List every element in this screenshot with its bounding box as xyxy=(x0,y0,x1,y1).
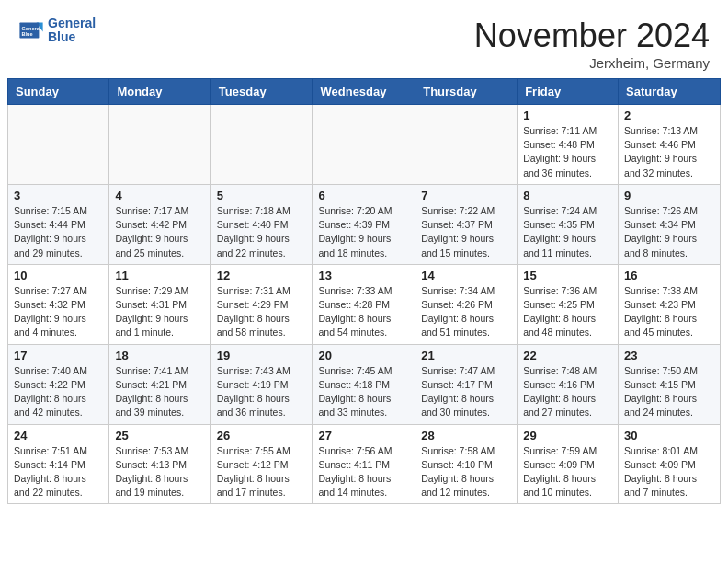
calendar-day-cell: 15Sunrise: 7:36 AM Sunset: 4:25 PM Dayli… xyxy=(518,264,619,344)
day-info: Sunrise: 7:34 AM Sunset: 4:26 PM Dayligh… xyxy=(421,284,511,340)
page-header: General Blue General Blue November 2024 … xyxy=(0,0,728,78)
calendar-day-cell: 18Sunrise: 7:41 AM Sunset: 4:21 PM Dayli… xyxy=(109,344,210,424)
day-info: Sunrise: 7:55 AM Sunset: 4:12 PM Dayligh… xyxy=(217,444,307,500)
day-number: 14 xyxy=(421,269,511,282)
logo-line1: General xyxy=(48,17,96,30)
day-info: Sunrise: 7:15 AM Sunset: 4:44 PM Dayligh… xyxy=(14,204,103,260)
calendar-day-cell: 4Sunrise: 7:17 AM Sunset: 4:42 PM Daylig… xyxy=(109,184,210,264)
day-info: Sunrise: 7:11 AM Sunset: 4:48 PM Dayligh… xyxy=(523,124,612,180)
calendar-day-cell: 14Sunrise: 7:34 AM Sunset: 4:26 PM Dayli… xyxy=(415,264,518,344)
month-title: November 2024 xyxy=(474,17,710,55)
day-info: Sunrise: 7:13 AM Sunset: 4:46 PM Dayligh… xyxy=(624,124,714,180)
weekday-header: Wednesday xyxy=(313,79,415,105)
calendar-day-cell: 9Sunrise: 7:26 AM Sunset: 4:34 PM Daylig… xyxy=(619,184,721,264)
day-number: 16 xyxy=(624,269,714,282)
day-number: 2 xyxy=(624,109,714,122)
calendar-week-row: 10Sunrise: 7:27 AM Sunset: 4:32 PM Dayli… xyxy=(8,264,721,344)
day-number: 25 xyxy=(115,429,204,442)
day-number: 9 xyxy=(624,189,714,202)
calendar-day-cell: 29Sunrise: 7:59 AM Sunset: 4:09 PM Dayli… xyxy=(518,424,619,504)
calendar-day-cell: 12Sunrise: 7:31 AM Sunset: 4:29 PM Dayli… xyxy=(210,264,313,344)
day-info: Sunrise: 7:33 AM Sunset: 4:28 PM Dayligh… xyxy=(318,284,409,340)
logo-line2: Blue xyxy=(48,30,96,44)
day-number: 20 xyxy=(318,349,409,362)
day-number: 7 xyxy=(421,189,511,202)
day-info: Sunrise: 7:26 AM Sunset: 4:34 PM Dayligh… xyxy=(624,204,714,260)
day-info: Sunrise: 7:31 AM Sunset: 4:29 PM Dayligh… xyxy=(217,284,307,340)
day-info: Sunrise: 7:41 AM Sunset: 4:21 PM Dayligh… xyxy=(115,364,204,420)
day-info: Sunrise: 7:53 AM Sunset: 4:13 PM Dayligh… xyxy=(115,444,204,500)
location: Jerxheim, Germany xyxy=(474,55,710,71)
day-number: 13 xyxy=(318,269,409,282)
day-info: Sunrise: 7:48 AM Sunset: 4:16 PM Dayligh… xyxy=(523,364,612,420)
weekday-header: Thursday xyxy=(415,79,518,105)
day-number: 5 xyxy=(217,189,307,202)
day-info: Sunrise: 7:17 AM Sunset: 4:42 PM Dayligh… xyxy=(115,204,204,260)
calendar-wrapper: SundayMondayTuesdayWednesdayThursdayFrid… xyxy=(0,78,728,515)
calendar-day-cell: 19Sunrise: 7:43 AM Sunset: 4:19 PM Dayli… xyxy=(210,344,313,424)
calendar-day-cell: 3Sunrise: 7:15 AM Sunset: 4:44 PM Daylig… xyxy=(8,184,109,264)
day-number: 30 xyxy=(624,429,714,442)
day-info: Sunrise: 7:29 AM Sunset: 4:31 PM Dayligh… xyxy=(115,284,204,340)
day-info: Sunrise: 7:22 AM Sunset: 4:37 PM Dayligh… xyxy=(421,204,511,260)
day-number: 11 xyxy=(115,269,204,282)
day-info: Sunrise: 7:38 AM Sunset: 4:23 PM Dayligh… xyxy=(624,284,714,340)
calendar-week-row: 17Sunrise: 7:40 AM Sunset: 4:22 PM Dayli… xyxy=(8,344,721,424)
day-number: 24 xyxy=(14,429,103,442)
calendar-day-cell: 11Sunrise: 7:29 AM Sunset: 4:31 PM Dayli… xyxy=(109,264,210,344)
logo: General Blue General Blue xyxy=(18,17,96,45)
calendar-day-cell: 27Sunrise: 7:56 AM Sunset: 4:11 PM Dayli… xyxy=(313,424,415,504)
day-number: 6 xyxy=(318,189,409,202)
day-info: Sunrise: 7:45 AM Sunset: 4:18 PM Dayligh… xyxy=(318,364,409,420)
calendar-day-cell: 8Sunrise: 7:24 AM Sunset: 4:35 PM Daylig… xyxy=(518,184,619,264)
calendar-day-cell: 23Sunrise: 7:50 AM Sunset: 4:15 PM Dayli… xyxy=(619,344,721,424)
calendar-day-cell xyxy=(8,105,109,185)
calendar-day-cell: 10Sunrise: 7:27 AM Sunset: 4:32 PM Dayli… xyxy=(8,264,109,344)
day-info: Sunrise: 7:59 AM Sunset: 4:09 PM Dayligh… xyxy=(523,444,612,500)
weekday-header: Tuesday xyxy=(210,79,313,105)
day-info: Sunrise: 7:27 AM Sunset: 4:32 PM Dayligh… xyxy=(14,284,103,340)
calendar-day-cell: 13Sunrise: 7:33 AM Sunset: 4:28 PM Dayli… xyxy=(313,264,415,344)
calendar-table: SundayMondayTuesdayWednesdayThursdayFrid… xyxy=(7,78,721,504)
day-number: 21 xyxy=(421,349,511,362)
day-info: Sunrise: 7:43 AM Sunset: 4:19 PM Dayligh… xyxy=(217,364,307,420)
day-number: 23 xyxy=(624,349,714,362)
day-number: 27 xyxy=(318,429,409,442)
day-number: 12 xyxy=(217,269,307,282)
calendar-day-cell: 20Sunrise: 7:45 AM Sunset: 4:18 PM Dayli… xyxy=(313,344,415,424)
day-number: 8 xyxy=(523,189,612,202)
weekday-header: Sunday xyxy=(8,79,109,105)
day-number: 1 xyxy=(523,109,612,122)
calendar-day-cell: 25Sunrise: 7:53 AM Sunset: 4:13 PM Dayli… xyxy=(109,424,210,504)
weekday-header: Friday xyxy=(518,79,619,105)
day-info: Sunrise: 7:50 AM Sunset: 4:15 PM Dayligh… xyxy=(624,364,714,420)
day-number: 26 xyxy=(217,429,307,442)
calendar-day-cell: 16Sunrise: 7:38 AM Sunset: 4:23 PM Dayli… xyxy=(619,264,721,344)
calendar-day-cell: 28Sunrise: 7:58 AM Sunset: 4:10 PM Dayli… xyxy=(415,424,518,504)
day-info: Sunrise: 8:01 AM Sunset: 4:09 PM Dayligh… xyxy=(624,444,714,500)
calendar-day-cell: 5Sunrise: 7:18 AM Sunset: 4:40 PM Daylig… xyxy=(210,184,313,264)
title-block: November 2024 Jerxheim, Germany xyxy=(474,17,710,71)
calendar-day-cell: 26Sunrise: 7:55 AM Sunset: 4:12 PM Dayli… xyxy=(210,424,313,504)
day-info: Sunrise: 7:20 AM Sunset: 4:39 PM Dayligh… xyxy=(318,204,409,260)
calendar-day-cell: 7Sunrise: 7:22 AM Sunset: 4:37 PM Daylig… xyxy=(415,184,518,264)
calendar-day-cell xyxy=(210,105,313,185)
day-info: Sunrise: 7:47 AM Sunset: 4:17 PM Dayligh… xyxy=(421,364,511,420)
calendar-day-cell: 1Sunrise: 7:11 AM Sunset: 4:48 PM Daylig… xyxy=(518,105,619,185)
svg-text:General: General xyxy=(22,26,41,31)
calendar-day-cell: 17Sunrise: 7:40 AM Sunset: 4:22 PM Dayli… xyxy=(8,344,109,424)
day-info: Sunrise: 7:56 AM Sunset: 4:11 PM Dayligh… xyxy=(318,444,409,500)
logo-icon: General Blue xyxy=(18,17,44,43)
calendar-header-row: SundayMondayTuesdayWednesdayThursdayFrid… xyxy=(8,79,721,105)
calendar-day-cell: 6Sunrise: 7:20 AM Sunset: 4:39 PM Daylig… xyxy=(313,184,415,264)
day-number: 28 xyxy=(421,429,511,442)
calendar-day-cell xyxy=(109,105,210,185)
svg-text:Blue: Blue xyxy=(22,32,33,38)
day-number: 17 xyxy=(14,349,103,362)
day-info: Sunrise: 7:24 AM Sunset: 4:35 PM Dayligh… xyxy=(523,204,612,260)
day-number: 3 xyxy=(14,189,103,202)
day-number: 15 xyxy=(523,269,612,282)
calendar-day-cell: 21Sunrise: 7:47 AM Sunset: 4:17 PM Dayli… xyxy=(415,344,518,424)
day-number: 18 xyxy=(115,349,204,362)
calendar-week-row: 1Sunrise: 7:11 AM Sunset: 4:48 PM Daylig… xyxy=(8,105,721,185)
